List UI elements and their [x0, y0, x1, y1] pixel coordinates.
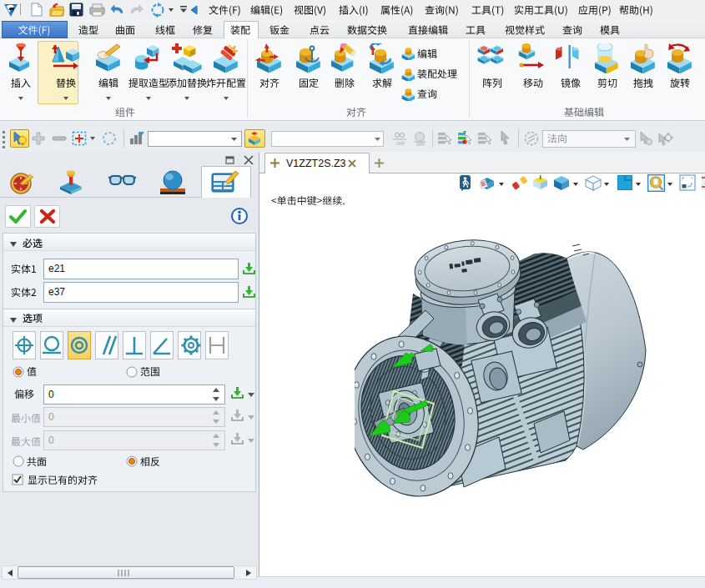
- svg-text:OFF: OFF: [416, 142, 425, 147]
- svg-text:OFF: OFF: [396, 141, 405, 146]
